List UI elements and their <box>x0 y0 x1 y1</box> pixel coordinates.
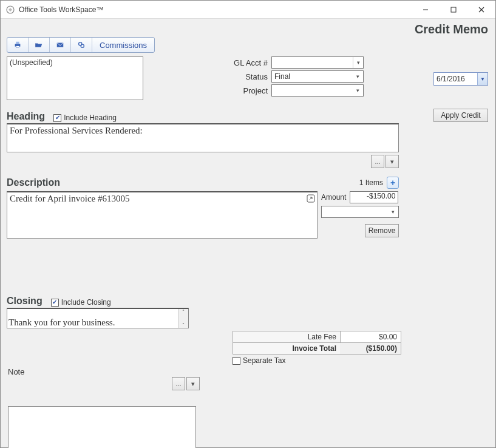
line-item-combo[interactable]: ▾ <box>321 206 399 218</box>
heading-dropdown-button[interactable]: ▾ <box>386 155 399 168</box>
closing-text: Thank you for your business. <box>8 317 115 328</box>
email-button[interactable] <box>50 38 71 52</box>
svg-point-10 <box>81 44 84 47</box>
late-fee-value: $0.00 <box>379 333 397 341</box>
svg-rect-6 <box>16 42 19 44</box>
note-textarea[interactable] <box>8 406 196 448</box>
closing-textarea[interactable]: Thank you for your business. ˄ ˅ <box>7 308 189 328</box>
invoice-total-label: Invoice Total <box>233 343 340 354</box>
heading-text: For Professional Services Rendered: <box>10 126 143 135</box>
svg-rect-7 <box>16 46 19 48</box>
heading-textarea[interactable]: For Professional Services Rendered: <box>7 123 399 152</box>
include-closing-checkbox[interactable]: ✔ Include Closing <box>51 298 111 307</box>
date-picker[interactable]: 6/1/2016 ▼ <box>433 72 488 86</box>
invoice-total-value: ($150.00) <box>340 343 401 354</box>
party-box[interactable]: (Unspecified) <box>7 56 143 100</box>
maximize-button[interactable] <box>440 1 467 18</box>
chevron-down-icon: ▼ <box>477 73 488 85</box>
status-value: Final <box>274 72 290 81</box>
chevron-down-icon: ▾ <box>388 206 398 217</box>
check-icon: ✔ <box>53 114 61 122</box>
amount-label: Amount <box>321 193 346 202</box>
gl-acct-label: GL Acct # <box>228 58 268 67</box>
gl-acct-combo[interactable]: ▾ <box>271 56 364 69</box>
check-icon: ✔ <box>51 299 59 307</box>
close-button[interactable] <box>467 1 495 18</box>
description-count: 1 Items <box>359 178 383 187</box>
window-title: Office Tools WorkSpace™ <box>19 5 103 14</box>
page-title: Credit Memo <box>415 22 488 36</box>
date-value: 6/1/2016 <box>437 75 465 83</box>
amount-value: -$150.00 <box>367 192 395 200</box>
status-combo[interactable]: Final ▾ <box>271 70 364 83</box>
chevron-down-icon: ▾ <box>353 85 363 96</box>
open-button[interactable] <box>29 38 50 52</box>
app-window: Office Tools WorkSpace™ Credit Memo <box>0 0 496 448</box>
project-label: Project <box>228 86 268 95</box>
chevron-down-icon: ▾ <box>353 57 363 68</box>
print-button[interactable] <box>7 38 29 52</box>
description-text: Credit for April invoice #613005 <box>10 194 129 203</box>
settings-button[interactable] <box>71 38 92 52</box>
description-section-label: Description <box>7 177 60 188</box>
note-label: Note <box>8 367 24 376</box>
add-item-button[interactable]: + <box>387 177 399 189</box>
include-heading-label: Include Heading <box>64 114 117 122</box>
scroll-down-icon: ˅ <box>182 322 185 328</box>
closing-section-label: Closing <box>7 296 42 307</box>
content-area: Credit Memo Commissions (Unspecified) <box>1 19 495 447</box>
commissions-button[interactable]: Commissions <box>92 38 154 52</box>
window-controls <box>412 1 495 18</box>
heading-ellipsis-button[interactable]: ... <box>371 155 384 168</box>
include-closing-label: Include Closing <box>61 298 111 307</box>
include-heading-checkbox[interactable]: ✔ Include Heading <box>53 114 117 122</box>
app-icon <box>5 5 15 15</box>
late-fee-label: Late Fee <box>233 331 340 342</box>
chevron-down-icon: ▾ <box>353 71 363 82</box>
heading-section-label: Heading <box>7 111 45 122</box>
status-label: Status <box>228 72 268 81</box>
checkbox-icon <box>233 357 240 365</box>
svg-rect-2 <box>451 7 456 12</box>
toolbar: Commissions <box>7 37 155 53</box>
party-text: (Unspecified) <box>10 58 53 67</box>
titlebar: Office Tools WorkSpace™ <box>1 1 495 19</box>
scroll-up-icon: ˄ <box>182 309 185 314</box>
remove-button[interactable]: Remove <box>365 224 399 237</box>
expand-icon[interactable] <box>306 194 316 203</box>
header-fields: GL Acct # ▾ Status Final ▾ Project <box>228 56 364 100</box>
right-column: 6/1/2016 ▼ Apply Credit <box>433 72 488 122</box>
minimize-button[interactable] <box>412 1 440 18</box>
apply-credit-button[interactable]: Apply Credit <box>433 109 488 122</box>
scrollbar[interactable]: ˄ ˅ <box>178 309 188 328</box>
late-fee-input[interactable]: $0.00 <box>340 331 401 342</box>
amount-input[interactable]: -$150.00 <box>350 191 398 203</box>
description-textarea[interactable]: Credit for April invoice #613005 <box>7 191 318 239</box>
project-combo[interactable]: ▾ <box>271 84 364 97</box>
note-ellipsis-button[interactable]: ... <box>172 377 185 390</box>
totals-table: Late Fee $0.00 Invoice Total ($150.00) S… <box>233 331 401 365</box>
separate-tax-checkbox[interactable]: Separate Tax <box>233 356 286 365</box>
separate-tax-label: Separate Tax <box>243 356 286 365</box>
note-dropdown-button[interactable]: ▾ <box>186 377 200 390</box>
